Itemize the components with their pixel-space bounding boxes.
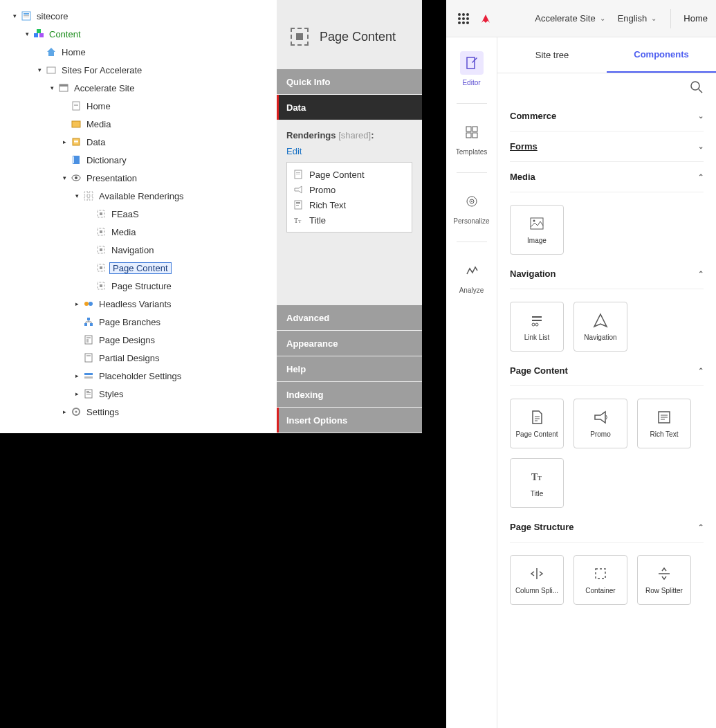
section-advanced[interactable]: Advanced: [277, 305, 422, 330]
tree-node-placeholder-settings[interactable]: ▸Placeholder Settings: [73, 367, 273, 385]
accordion-forms[interactable]: Forms⌄: [510, 131, 704, 162]
search-icon[interactable]: [690, 80, 704, 94]
component-card-column-splitter[interactable]: Column Spli...: [510, 555, 564, 605]
divider: [670, 9, 671, 28]
tree-node-styles[interactable]: ▸Styles: [73, 385, 273, 403]
svg-rect-60: [296, 203, 300, 204]
svg-rect-68: [472, 133, 477, 138]
rendering-item[interactable]: TTTitle: [293, 212, 406, 228]
accordion-commerce[interactable]: Commerce⌄: [510, 101, 704, 131]
accordion-page-content[interactable]: Page Content⌃: [510, 356, 704, 386]
component-card-title[interactable]: TTTitle: [510, 458, 564, 508]
rail-analyze[interactable]: Analyze: [451, 255, 493, 298]
tree-node-ar-page-structure[interactable]: ▸Page Structure: [86, 277, 273, 295]
tree-node-page-branches[interactable]: ▸Page Branches: [73, 313, 273, 331]
component-card-image[interactable]: Image: [510, 205, 564, 255]
chevron-down-icon: ⌄: [651, 15, 657, 22]
rail-personalize[interactable]: Personalize: [451, 185, 493, 229]
caret-down-icon[interactable]: ▾: [48, 84, 55, 91]
page-icon: [71, 100, 82, 111]
accordion-navigation[interactable]: Navigation⌃: [510, 259, 704, 289]
svg-rect-26: [89, 197, 93, 200]
site-dropdown[interactable]: Accelerate Site ⌄: [531, 13, 609, 24]
svg-rect-3: [24, 17, 29, 17]
breadcrumb-home[interactable]: Home: [681, 13, 709, 24]
renderings-list: Page Content Promo Rich Text TTTitle: [286, 162, 412, 233]
caret-right-icon[interactable]: ▸: [61, 408, 68, 415]
component-card-link-list[interactable]: Link List: [510, 302, 564, 352]
section-appearance[interactable]: Appearance: [277, 331, 422, 356]
svg-point-37: [84, 302, 89, 306]
placeholder-icon: [83, 370, 94, 381]
tree-node-headless-variants[interactable]: ▸Headless Variants: [73, 295, 273, 313]
caret-down-icon[interactable]: ▾: [61, 174, 68, 181]
component-card-container[interactable]: Container: [573, 555, 627, 605]
content-icon: [33, 28, 44, 39]
rendering-item[interactable]: Promo: [293, 182, 406, 197]
rendering-icon: [291, 28, 309, 46]
site-icon: [58, 82, 69, 93]
rendering-item[interactable]: Page Content: [293, 167, 406, 182]
accordion-page-structure[interactable]: Page Structure⌃: [510, 512, 704, 543]
tree-label: Dictionary: [84, 154, 129, 166]
eye-icon: [71, 172, 82, 183]
component-card-row-splitter[interactable]: Row Splitter: [637, 555, 691, 605]
component-card-page-content[interactable]: Page Content: [510, 399, 564, 448]
accordion-media[interactable]: Media⌃: [510, 162, 704, 192]
styles-icon: [83, 388, 94, 399]
tree-node-dictionary[interactable]: ▸Dictionary: [61, 151, 273, 169]
component-card-promo[interactable]: Promo: [573, 399, 627, 448]
component-card-navigation[interactable]: Navigation: [573, 302, 627, 352]
rendering-item[interactable]: Rich Text: [293, 197, 406, 212]
section-quick-info[interactable]: Quick Info: [277, 69, 422, 94]
tree-node-available-renderings[interactable]: ▾ Available Renderings: [73, 187, 273, 205]
section-data[interactable]: Data: [277, 95, 422, 120]
tree-node-settings[interactable]: ▸Settings: [61, 403, 273, 421]
caret-down-icon[interactable]: ▾: [11, 12, 18, 19]
sitecore-logo-icon[interactable]: [478, 11, 493, 26]
tree-node-ar-page-content[interactable]: ▸Page Content: [86, 259, 273, 277]
tab-components[interactable]: Components: [607, 37, 716, 73]
tree-node-page-designs[interactable]: ▸Page Designs: [73, 331, 273, 349]
tree-node-ar-media[interactable]: ▸Media: [86, 223, 273, 241]
apps-icon[interactable]: [456, 11, 471, 26]
variants-icon: [83, 298, 94, 309]
section-help[interactable]: Help: [277, 356, 422, 381]
tree-label: FEaaS: [109, 208, 141, 220]
caret-down-icon[interactable]: ▾: [24, 30, 30, 37]
tree-node-feaas[interactable]: ▸FEaaS: [86, 205, 273, 223]
home-icon: [46, 46, 57, 57]
edit-link[interactable]: Edit: [286, 146, 302, 156]
tree-node-accelerate-site[interactable]: ▾ Accelerate Site: [48, 79, 273, 97]
section-insert-options[interactable]: Insert Options: [277, 408, 422, 433]
svg-rect-43: [86, 337, 91, 338]
svg-rect-51: [86, 392, 91, 393]
language-dropdown[interactable]: English ⌄: [614, 13, 661, 24]
tree-node-ar-navigation[interactable]: ▸Navigation: [86, 241, 273, 259]
caret-right-icon[interactable]: ▸: [73, 372, 80, 379]
section-indexing[interactable]: Indexing: [277, 382, 422, 407]
caret-right-icon[interactable]: ▸: [73, 300, 80, 307]
caret-down-icon[interactable]: ▾: [73, 192, 80, 199]
tree-node-data[interactable]: ▸Data: [61, 133, 273, 151]
chevron-down-icon: ⌄: [698, 112, 704, 120]
tree-node-home[interactable]: ▸ Home: [36, 43, 273, 61]
content-tree: ▾ sitecore ▾ Content: [0, 0, 277, 433]
svg-rect-14: [72, 121, 80, 127]
tree-node-media[interactable]: ▸Media: [61, 115, 273, 133]
tree-node-sitecore[interactable]: ▾ sitecore: [11, 7, 273, 25]
caret-right-icon[interactable]: ▸: [73, 390, 80, 397]
tree-node-sites-for-accelerate[interactable]: ▾ Sites For Accelerate: [36, 61, 273, 79]
rail-templates[interactable]: Templates: [451, 116, 493, 160]
tree-node-presentation[interactable]: ▾ Presentation: [61, 169, 273, 187]
tree-node-home[interactable]: ▸Home: [61, 97, 273, 115]
caret-right-icon[interactable]: ▸: [61, 138, 68, 145]
component-card-rich-text[interactable]: Rich Text: [637, 399, 691, 448]
caret-down-icon[interactable]: ▾: [36, 66, 43, 73]
tree-node-content[interactable]: ▾ Content: [24, 25, 273, 43]
tree-node-partial-designs[interactable]: ▸Partial Designs: [73, 349, 273, 367]
svg-text:T: T: [298, 219, 302, 224]
page-icon: [293, 169, 304, 180]
rail-editor[interactable]: Editor: [451, 47, 493, 91]
tab-site-tree[interactable]: Site tree: [497, 37, 607, 73]
